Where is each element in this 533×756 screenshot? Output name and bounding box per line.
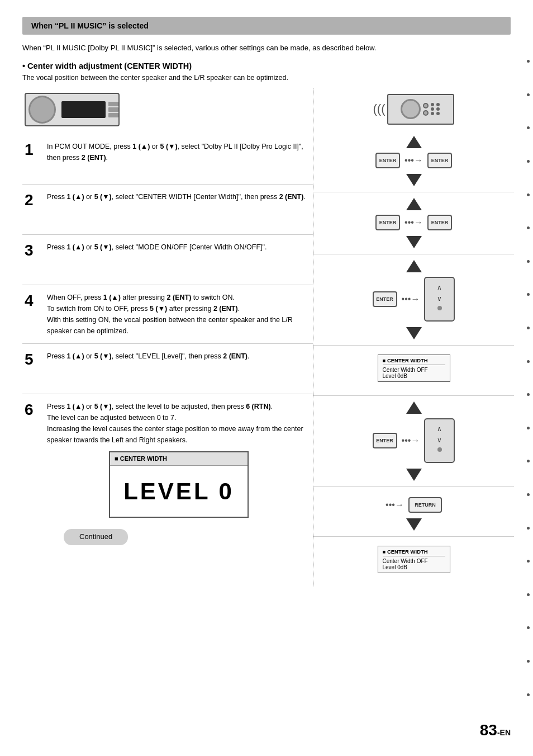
step-6-number: 6	[25, 401, 41, 546]
enter-button-2b: ENTER	[427, 215, 452, 230]
step-6-row: 6 Press 1 (▲) or 5 (▼), select the level…	[22, 394, 313, 552]
step-3-row: 3 Press 1 (▲) or 5 (▼), select "MODE ON/…	[22, 235, 313, 285]
remote-down-arrow-3: ∨	[437, 295, 442, 303]
receiver-circle	[401, 99, 421, 119]
arrow-down-icon-3	[406, 327, 422, 339]
display-2-header: ■ CENTER WIDTH	[383, 549, 445, 556]
receiver-box	[387, 94, 454, 125]
left-column: 1 In PCM OUT MODE, press 1 (▲) or 5 (▼),…	[22, 88, 313, 587]
step-5-row: 5 Press 1 (▲) or 5 (▼), select "LEVEL [L…	[22, 344, 313, 394]
dots-arrow-1: •••→	[404, 155, 423, 166]
dots-arrow-3: •••→	[402, 294, 420, 304]
step-3-number: 3	[25, 242, 41, 278]
step-5-number: 5	[25, 351, 41, 387]
return-row: •••→ RETURN	[386, 497, 442, 513]
remote-dot-3	[437, 306, 442, 310]
remote-device-3: ∧ ∨	[424, 277, 455, 322]
display-1-line2: Level 0dB	[383, 373, 445, 379]
sound-wave-icon: (((	[373, 102, 386, 116]
enter-button-3: ENTER	[373, 291, 397, 307]
right-step-5: ENTER •••→ ∧ ∨	[313, 396, 514, 487]
display-2-line2: Level 0dB	[383, 564, 445, 570]
step-2-row: 2 Press 1 (▲) or 5 (▼), select "CENTER W…	[22, 185, 313, 235]
right-step-6a: •••→ RETURN	[313, 487, 514, 537]
receiver-grid	[431, 103, 441, 115]
step-2-number: 2	[25, 191, 41, 228]
large-display-content: LEVEL 0	[110, 466, 248, 517]
step-1-row: 1 In PCM OUT MODE, press 1 (▲) or 5 (▼),…	[22, 134, 313, 185]
display-1-header: ■ CENTER WIDTH	[383, 357, 445, 365]
right-step-6b: ■ CENTER WIDTH Center Width OFF Level 0d…	[313, 537, 514, 587]
dots-column	[523, 0, 533, 756]
page: When “PL II MUSIC” is selected When “PL …	[0, 0, 533, 756]
display-1-line1: Center Width OFF	[383, 367, 445, 373]
intro-text: When “PL II MUSIC [Dolby PL II MUSIC]” i…	[22, 42, 511, 54]
enter-button-1: ENTER	[375, 153, 400, 168]
enter-button-2: ENTER	[375, 215, 400, 230]
display-box-1: ■ CENTER WIDTH Center Width OFF Level 0d…	[378, 355, 450, 382]
step-4-content: When OFF, press 1 (▲) after pressing 2 (…	[47, 292, 311, 337]
large-display-header: ■ CENTER WIDTH	[110, 452, 248, 466]
page-number: 83-EN	[480, 721, 511, 739]
remote-up-arrow-3: ∧	[437, 284, 442, 291]
remote-down-arrow-5: ∨	[437, 436, 442, 444]
stereo-buttons	[108, 102, 118, 117]
step-6-content: Press 1 (▲) or 5 (▼), select the level t…	[47, 401, 311, 546]
arrow-down-icon-1	[406, 174, 422, 186]
right-step-3: ENTER •••→ ∧ ∨	[313, 254, 514, 346]
step-5-content: Press 1 (▲) or 5 (▼), select "LEVEL [Lev…	[47, 351, 311, 387]
remote-device-5: ∧ ∨	[424, 418, 455, 463]
arrow-up-icon-3	[406, 260, 422, 272]
header-title: When “PL II MUSIC” is selected	[31, 21, 149, 30]
right-column: (((	[313, 88, 514, 587]
arrow-down-icon-2	[406, 236, 422, 248]
display-2-line1: Center Width OFF	[383, 558, 445, 564]
arrow-up-icon-2	[406, 198, 422, 210]
page-suffix: -EN	[497, 728, 511, 737]
enter-row-5: ENTER •••→ ∧ ∨	[373, 418, 455, 463]
display-box-2: ■ CENTER WIDTH Center Width OFF Level 0d…	[378, 546, 450, 573]
car-stereo-image	[25, 93, 120, 126]
step-2-content: Press 1 (▲) or 5 (▼), select "CENTER WID…	[47, 191, 311, 228]
step-4-row: 4 When OFF, press 1 (▲) after pressing 2…	[22, 285, 313, 344]
step-4-number: 4	[25, 292, 41, 337]
content-area: 1 In PCM OUT MODE, press 1 (▲) or 5 (▼),…	[22, 88, 511, 587]
dots-arrow-6: •••→	[386, 500, 404, 510]
dots-arrow-5: •••→	[402, 436, 420, 446]
enter-button-5: ENTER	[373, 433, 397, 448]
remote-dot-5	[437, 447, 442, 452]
enter-row-2: ENTER •••→ ENTER	[375, 215, 452, 230]
arrow-up-icon-5	[406, 401, 422, 414]
step-3-content: Press 1 (▲) or 5 (▼), select "MODE ON/OF…	[47, 242, 311, 278]
remote-up-arrow-5: ∧	[437, 425, 442, 433]
enter-row-1: ENTER •••→ ENTER	[375, 153, 452, 168]
section-title: • Center width adjustment (CENTER WIDTH)	[22, 62, 511, 70]
dots-arrow-2: •••→	[404, 218, 423, 228]
arrow-down-icon-5	[406, 469, 422, 481]
right-step-2: ENTER •••→ ENTER	[313, 192, 514, 254]
right-top-device: (((	[313, 88, 514, 130]
header-banner: When “PL II MUSIC” is selected	[22, 17, 511, 35]
right-step-4: ■ CENTER WIDTH Center Width OFF Level 0d…	[313, 346, 514, 396]
stereo-screen	[61, 101, 106, 118]
step-1-content: In PCM OUT MODE, press 1 (▲) or 5 (▼), s…	[47, 141, 311, 177]
arrow-up-icon-1	[406, 136, 422, 148]
return-button: RETURN	[408, 497, 442, 513]
large-display-box: ■ CENTER WIDTH LEVEL 0	[109, 451, 249, 518]
step-1-number: 1	[25, 141, 41, 177]
arrow-down-icon-6	[406, 518, 422, 531]
section-subtitle: The vocal position between the center sp…	[22, 74, 511, 82]
enter-button-1b: ENTER	[427, 153, 452, 168]
stereo-knob	[28, 96, 56, 124]
continued-button: Continued	[64, 529, 128, 545]
enter-row-3: ENTER •••→ ∧ ∨	[373, 277, 455, 322]
page-number-text: 83	[480, 721, 497, 739]
right-step-1: ENTER •••→ ENTER	[313, 130, 514, 192]
